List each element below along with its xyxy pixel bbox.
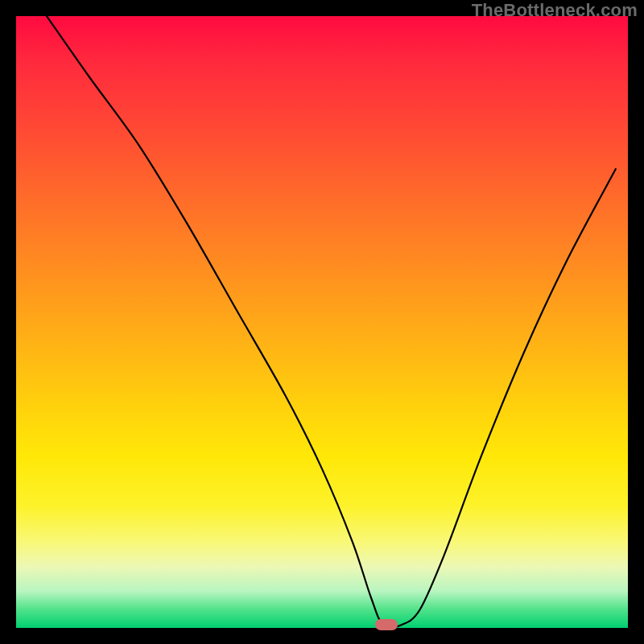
chart-container: TheBottleneck.com xyxy=(0,0,644,644)
plot-area xyxy=(16,16,628,628)
optimal-marker xyxy=(375,619,398,630)
bottleneck-curve xyxy=(16,16,628,628)
